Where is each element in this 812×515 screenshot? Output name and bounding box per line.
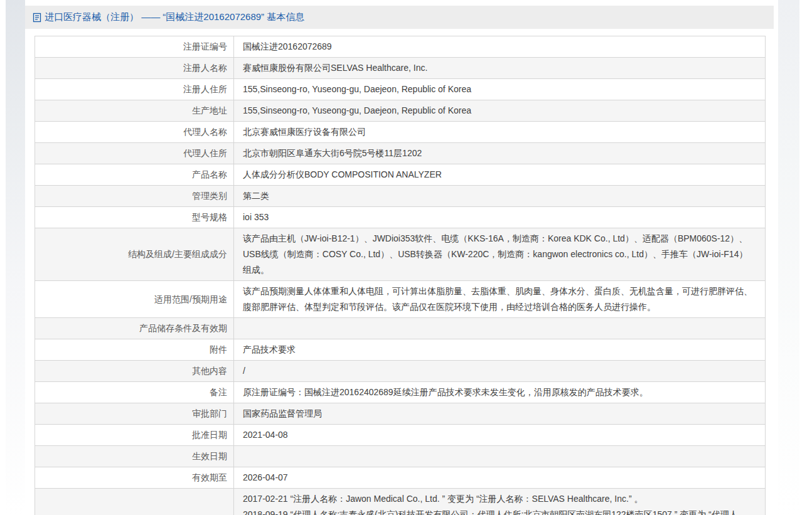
row-value: 该产品预期测量人体体重和人体电阻，可计算出体脂肪量、去脂体重、肌肉量、身体水分、… (234, 281, 766, 318)
table-row: 结构及组成/主要组成成分该产品由主机（JW-ioi-B12-1）、JWDioi3… (35, 228, 766, 281)
table-row: 生产地址155,Sinseong-ro, Yuseong-gu, Daejeon… (35, 100, 766, 122)
row-label: 产品名称 (35, 164, 234, 186)
row-value (234, 446, 766, 467)
value-line: 2017-02-21 “注册人名称：Jawon Medical Co., Ltd… (243, 491, 756, 507)
row-value: 北京赛威恒康医疗设备有限公司 (234, 122, 766, 143)
row-value: 2021-04-08 (234, 425, 766, 446)
table-row: 有效期至2026-04-07 (35, 467, 766, 489)
table-row: 代理人名称北京赛威恒康医疗设备有限公司 (35, 122, 766, 143)
table-row: 其他内容/ (35, 361, 766, 382)
table-row: 生效日期 (35, 446, 766, 467)
table-row: 附件产品技术要求 (35, 339, 766, 361)
table-row: 审批部门国家药品监督管理局 (35, 403, 766, 425)
table-row: 批准日期2021-04-08 (35, 425, 766, 446)
row-value: 赛威恒康股份有限公司SELVAS Healthcare, Inc. (234, 58, 766, 79)
table-row: 产品储存条件及有效期 (35, 318, 766, 339)
row-value: ioi 353 (234, 207, 766, 228)
table-row: 适用范围/预期用途该产品预期测量人体体重和人体电阻，可计算出体脂肪量、去脂体重、… (35, 281, 766, 318)
page-title: 进口医疗器械（注册） —— “国械注进20162072689” 基本信息 (45, 11, 304, 23)
table-row: 管理类别第二类 (35, 186, 766, 207)
table-row: 注册证编号国械注进20162072689 (35, 36, 766, 58)
row-value: 北京市朝阳区阜通东大街6号院5号楼11层1202 (234, 143, 766, 164)
table-row: 注册人住所155,Sinseong-ro, Yuseong-gu, Daejeo… (35, 79, 766, 100)
page-header: 进口医疗器械（注册） —— “国械注进20162072689” 基本信息 (25, 6, 774, 29)
row-value: 产品技术要求 (234, 339, 766, 361)
row-value: 2017-02-21 “注册人名称：Jawon Medical Co., Ltd… (234, 489, 766, 515)
row-value: 人体成分分析仪BODY COMPOSITION ANALYZER (234, 164, 766, 186)
row-value: 第二类 (234, 186, 766, 207)
row-value: 原注册证编号：国械注进20162402689延续注册产品技术要求未发生变化，沿用… (234, 382, 766, 403)
left-gradient-band (6, 0, 25, 515)
row-label: 管理类别 (35, 186, 234, 207)
content-panel: 进口医疗器械（注册） —— “国械注进20162072689” 基本信息 注册证… (25, 0, 778, 515)
row-label: 其他内容 (35, 361, 234, 382)
row-label: 备注 (35, 382, 234, 403)
row-label: 有效期至 (35, 467, 234, 489)
document-icon (33, 13, 41, 23)
row-label: 代理人住所 (35, 143, 234, 164)
row-label: 附件 (35, 339, 234, 361)
row-label: 审批部门 (35, 403, 234, 425)
row-label: 注册证编号 (35, 36, 234, 58)
row-label: 代理人名称 (35, 122, 234, 143)
row-value: 155,Sinseong-ro, Yuseong-gu, Daejeon, Re… (234, 79, 766, 100)
row-label: 生产地址 (35, 100, 234, 122)
table-body: 注册证编号国械注进20162072689注册人名称赛威恒康股份有限公司SELVA… (35, 36, 766, 515)
table-row: 产品名称人体成分分析仪BODY COMPOSITION ANALYZER (35, 164, 766, 186)
row-label: 结构及组成/主要组成成分 (35, 228, 234, 281)
value-line: 2018-09-19 “代理人名称:吉泰永盛(北京)科技开发有限公司；代理人住所… (243, 507, 756, 515)
row-value: 该产品由主机（JW-ioi-B12-1）、JWDioi353软件、电缆（KKS-… (234, 228, 766, 281)
table-row: 2017-02-21 “注册人名称：Jawon Medical Co., Ltd… (35, 489, 766, 515)
registration-info-table: 注册证编号国械注进20162072689注册人名称赛威恒康股份有限公司SELVA… (35, 36, 766, 515)
row-label: 注册人名称 (35, 58, 234, 79)
row-value: 155,Sinseong-ro, Yuseong-gu, Daejeon, Re… (234, 100, 766, 122)
row-value: 国家药品监督管理局 (234, 403, 766, 425)
right-gradient-band (778, 0, 799, 515)
table-row: 注册人名称赛威恒康股份有限公司SELVAS Healthcare, Inc. (35, 58, 766, 79)
row-label: 型号规格 (35, 207, 234, 228)
row-label: 产品储存条件及有效期 (35, 318, 234, 339)
row-label: 生效日期 (35, 446, 234, 467)
table-row: 代理人住所北京市朝阳区阜通东大街6号院5号楼11层1202 (35, 143, 766, 164)
table-row: 备注原注册证编号：国械注进20162402689延续注册产品技术要求未发生变化，… (35, 382, 766, 403)
row-value: / (234, 361, 766, 382)
row-value (234, 318, 766, 339)
row-label (35, 489, 234, 515)
row-value: 2026-04-07 (234, 467, 766, 489)
row-label: 批准日期 (35, 425, 234, 446)
row-label: 适用范围/预期用途 (35, 281, 234, 318)
table-row: 型号规格ioi 353 (35, 207, 766, 228)
row-value: 国械注进20162072689 (234, 36, 766, 58)
row-label: 注册人住所 (35, 79, 234, 100)
